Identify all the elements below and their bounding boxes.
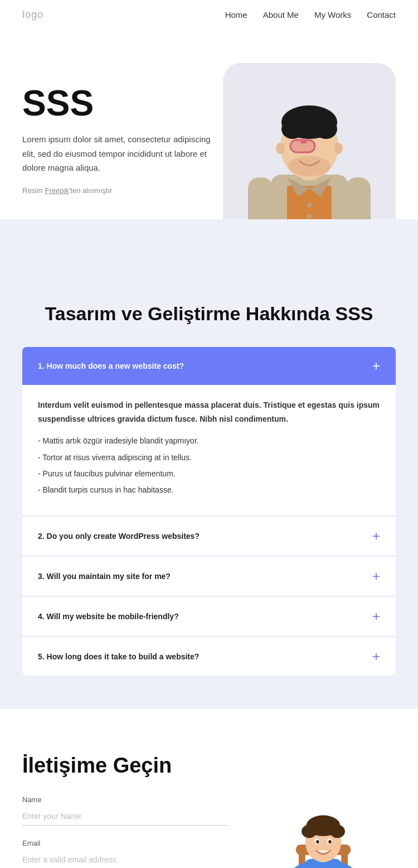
- faq-plus-icon-1: +: [372, 359, 380, 373]
- contact-person-illustration: [262, 776, 385, 868]
- faq-list: 1. How much does a new website cost? + I…: [22, 347, 396, 676]
- faq-question-text-4: 4. Will my website be mobile-friendly?: [38, 612, 179, 621]
- contact-form-wrap: İletişime Geçin Name Email GÖNDERMEK Ten…: [22, 754, 229, 868]
- email-input[interactable]: [22, 851, 229, 868]
- faq-item-3: 3. Will you maintain my site for me? +: [22, 557, 396, 595]
- email-field-group: Email: [22, 839, 229, 868]
- svg-point-15: [307, 203, 312, 208]
- faq-plus-icon-3: +: [372, 570, 380, 583]
- faq-question-1[interactable]: 1. How much does a new website cost? +: [22, 347, 396, 385]
- contact-section: İletişime Geçin Name Email GÖNDERMEK Ten…: [0, 709, 418, 868]
- faq-plus-icon-2: +: [372, 529, 380, 543]
- email-label: Email: [22, 839, 229, 847]
- nav-links: Home About Me My Works Contact: [225, 10, 396, 20]
- name-input[interactable]: [22, 807, 229, 826]
- svg-point-39: [328, 840, 331, 843]
- faq-question-4[interactable]: 4. Will my website be mobile-friendly? +: [22, 597, 396, 635]
- faq-answer-list-1: Mattis artık özgür iradesiyle blandit ya…: [38, 434, 380, 497]
- nav-home[interactable]: Home: [225, 10, 247, 20]
- list-item: Purus ut faucibus pulvinar elementum.: [38, 467, 380, 481]
- list-item: Tortor at risus viverra adipiscing at in…: [38, 451, 380, 465]
- svg-point-16: [307, 214, 312, 219]
- faq-title: Tasarım ve Geliştirme Hakkında SSS: [22, 303, 396, 325]
- faq-plus-icon-4: +: [372, 610, 380, 623]
- hero-title: SSS: [22, 85, 212, 121]
- faq-question-text-2: 2. Do you only create WordPress websites…: [38, 532, 200, 541]
- navbar: logo Home About Me My Works Contact: [0, 0, 418, 30]
- svg-point-5: [281, 119, 304, 139]
- hero-section: SSS Lorem ipsum dolor sit amet, consecte…: [0, 30, 418, 264]
- svg-point-10: [276, 143, 285, 154]
- hero-credit: Resim Freepik'ten alınmıştır: [22, 186, 212, 195]
- faq-plus-icon-5: +: [372, 650, 380, 663]
- nav-contact[interactable]: Contact: [367, 10, 396, 20]
- faq-answer-bold-1: Interdum velit euismod in pellentesque m…: [38, 398, 380, 426]
- svg-point-35: [330, 825, 345, 838]
- faq-answer-1: Interdum velit euismod in pellentesque m…: [22, 385, 396, 515]
- hero-text: SSS Lorem ipsum dolor sit amet, consecte…: [22, 63, 212, 195]
- svg-point-12: [288, 156, 330, 176]
- name-field-group: Name: [22, 795, 229, 826]
- faq-item-1: 1. How much does a new website cost? + I…: [22, 347, 396, 515]
- contact-title: İletişime Geçin: [22, 754, 229, 778]
- name-label: Name: [22, 795, 229, 804]
- faq-question-5[interactable]: 5. How long does it take to build a webs…: [22, 638, 396, 676]
- hero-description: Lorem ipsum dolor sit amet, consectetur …: [22, 132, 212, 175]
- faq-question-2[interactable]: 2. Do you only create WordPress websites…: [22, 517, 396, 555]
- faq-section: Tasarım ve Geliştirme Hakkında SSS 1. Ho…: [0, 264, 418, 709]
- contact-illustration: [251, 754, 396, 868]
- list-item: Blandit turpis cursus in hac habitasse.: [38, 483, 380, 497]
- svg-point-6: [315, 119, 337, 139]
- faq-question-3[interactable]: 3. Will you maintain my site for me? +: [22, 557, 396, 595]
- list-item: Mattis artık özgür iradesiyle blandit ya…: [38, 434, 380, 448]
- faq-item-4: 4. Will my website be mobile-friendly? +: [22, 597, 396, 635]
- svg-rect-9: [300, 141, 307, 143]
- faq-item-5: 5. How long does it take to build a webs…: [22, 638, 396, 676]
- faq-item-2: 2. Do you only create WordPress websites…: [22, 517, 396, 555]
- faq-question-text-3: 3. Will you maintain my site for me?: [38, 572, 171, 581]
- hero-credit-link[interactable]: Freepik: [45, 186, 69, 195]
- svg-point-38: [316, 840, 319, 843]
- hero-bg-band: [0, 219, 418, 264]
- nav-about[interactable]: About Me: [263, 10, 299, 20]
- svg-point-11: [334, 143, 343, 154]
- svg-point-34: [302, 825, 317, 838]
- faq-question-text-1: 1. How much does a new website cost?: [38, 361, 184, 370]
- faq-question-text-5: 5. How long does it take to build a webs…: [38, 652, 199, 661]
- nav-works[interactable]: My Works: [314, 10, 351, 20]
- logo: logo: [22, 9, 43, 21]
